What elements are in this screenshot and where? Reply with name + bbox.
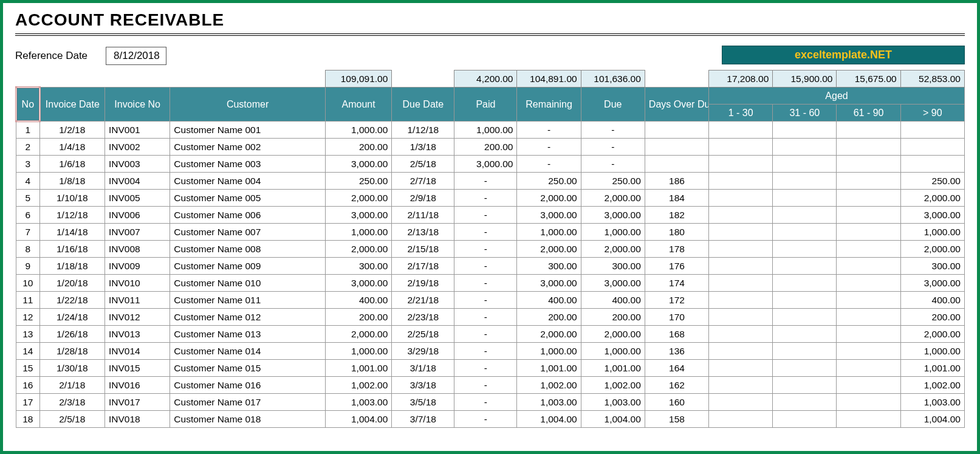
col-invoice-no[interactable]: Invoice No — [105, 88, 170, 122]
cell-remaining[interactable]: 1,004.00 — [517, 411, 581, 428]
cell-amount[interactable]: 300.00 — [325, 258, 392, 275]
cell-age-61-90[interactable] — [837, 292, 900, 309]
cell-paid[interactable]: - — [454, 377, 517, 394]
cell-no[interactable]: 15 — [16, 360, 40, 377]
cell-no[interactable]: 6 — [16, 207, 40, 224]
cell-invoice-date[interactable]: 1/28/18 — [39, 343, 105, 360]
cell-invoice-date[interactable]: 1/16/18 — [39, 241, 105, 258]
cell-invoice-date[interactable]: 1/20/18 — [39, 275, 105, 292]
cell-age-31-60[interactable] — [773, 394, 837, 411]
cell-due[interactable]: 200.00 — [581, 309, 645, 326]
cell-due[interactable]: - — [581, 122, 645, 139]
cell-age-1-30[interactable] — [709, 309, 773, 326]
cell-age-61-90[interactable] — [837, 190, 900, 207]
cell-no[interactable]: 18 — [16, 411, 40, 428]
cell-days-over-due[interactable]: 170 — [645, 309, 708, 326]
cell-age-31-60[interactable] — [773, 343, 837, 360]
cell-customer[interactable]: Customer Name 005 — [170, 190, 326, 207]
cell-no[interactable]: 4 — [16, 173, 40, 190]
cell-remaining[interactable]: 1,000.00 — [517, 224, 581, 241]
cell-invoice-no[interactable]: INV008 — [105, 241, 170, 258]
col-age-over-90[interactable]: > 90 — [900, 105, 964, 122]
cell-invoice-no[interactable]: INV017 — [105, 394, 170, 411]
cell-customer[interactable]: Customer Name 017 — [170, 394, 326, 411]
cell-no[interactable]: 8 — [16, 241, 40, 258]
cell-customer[interactable]: Customer Name 001 — [170, 122, 326, 139]
cell-days-over-due[interactable]: 162 — [645, 377, 708, 394]
col-no[interactable]: No — [16, 88, 40, 122]
cell-age-31-60[interactable] — [773, 258, 837, 275]
cell-amount[interactable]: 3,000.00 — [325, 275, 392, 292]
cell-age-1-30[interactable] — [709, 360, 773, 377]
cell-invoice-no[interactable]: INV003 — [105, 156, 170, 173]
cell-paid[interactable]: - — [454, 326, 517, 343]
cell-age-61-90[interactable] — [837, 377, 900, 394]
cell-age-1-30[interactable] — [709, 207, 773, 224]
cell-invoice-no[interactable]: INV015 — [105, 360, 170, 377]
cell-remaining[interactable]: 1,002.00 — [517, 377, 581, 394]
cell-age-61-90[interactable] — [837, 207, 900, 224]
cell-invoice-date[interactable]: 1/14/18 — [39, 224, 105, 241]
table-row[interactable]: 182/5/18INV018Customer Name 0181,004.003… — [16, 411, 965, 428]
cell-days-over-due[interactable]: 180 — [645, 224, 708, 241]
cell-age-61-90[interactable] — [837, 394, 900, 411]
cell-age-over-90[interactable] — [900, 139, 964, 156]
cell-remaining[interactable]: 250.00 — [517, 173, 581, 190]
cell-invoice-no[interactable]: INV011 — [105, 292, 170, 309]
cell-age-61-90[interactable] — [837, 173, 900, 190]
cell-paid[interactable]: - — [454, 343, 517, 360]
cell-invoice-date[interactable]: 2/3/18 — [39, 394, 105, 411]
cell-amount[interactable]: 400.00 — [325, 292, 392, 309]
cell-customer[interactable]: Customer Name 015 — [170, 360, 326, 377]
cell-remaining[interactable]: 2,000.00 — [517, 326, 581, 343]
cell-paid[interactable]: 3,000.00 — [454, 156, 517, 173]
cell-due-date[interactable]: 3/7/18 — [392, 411, 454, 428]
cell-age-over-90[interactable] — [900, 122, 964, 139]
cell-customer[interactable]: Customer Name 016 — [170, 377, 326, 394]
cell-no[interactable]: 16 — [16, 377, 40, 394]
cell-age-over-90[interactable]: 1,001.00 — [900, 360, 964, 377]
cell-age-31-60[interactable] — [773, 326, 837, 343]
cell-due-date[interactable]: 2/9/18 — [392, 190, 454, 207]
cell-paid[interactable]: - — [454, 309, 517, 326]
table-row[interactable]: 61/12/18INV006Customer Name 0063,000.002… — [16, 207, 965, 224]
cell-amount[interactable]: 2,000.00 — [325, 241, 392, 258]
col-due[interactable]: Due — [581, 88, 645, 122]
col-customer[interactable]: Customer — [170, 88, 326, 122]
cell-age-1-30[interactable] — [709, 411, 773, 428]
cell-invoice-date[interactable]: 1/4/18 — [39, 139, 105, 156]
cell-age-61-90[interactable] — [837, 326, 900, 343]
cell-age-31-60[interactable] — [773, 224, 837, 241]
cell-remaining[interactable]: 1,003.00 — [517, 394, 581, 411]
cell-age-over-90[interactable]: 1,003.00 — [900, 394, 964, 411]
cell-days-over-due[interactable] — [645, 139, 708, 156]
cell-age-1-30[interactable] — [709, 156, 773, 173]
cell-remaining[interactable]: 300.00 — [517, 258, 581, 275]
cell-age-over-90[interactable]: 2,000.00 — [900, 326, 964, 343]
cell-days-over-due[interactable]: 176 — [645, 258, 708, 275]
cell-invoice-no[interactable]: INV006 — [105, 207, 170, 224]
cell-invoice-no[interactable]: INV016 — [105, 377, 170, 394]
cell-amount[interactable]: 200.00 — [325, 139, 392, 156]
cell-age-31-60[interactable] — [773, 275, 837, 292]
cell-invoice-date[interactable]: 1/30/18 — [39, 360, 105, 377]
cell-customer[interactable]: Customer Name 013 — [170, 326, 326, 343]
cell-no[interactable]: 7 — [16, 224, 40, 241]
cell-age-over-90[interactable]: 1,000.00 — [900, 343, 964, 360]
cell-paid[interactable]: - — [454, 411, 517, 428]
cell-remaining[interactable]: 3,000.00 — [517, 275, 581, 292]
cell-no[interactable]: 17 — [16, 394, 40, 411]
cell-days-over-due[interactable] — [645, 156, 708, 173]
cell-age-1-30[interactable] — [709, 122, 773, 139]
cell-paid[interactable]: - — [454, 292, 517, 309]
cell-days-over-due[interactable]: 184 — [645, 190, 708, 207]
cell-days-over-due[interactable]: 172 — [645, 292, 708, 309]
table-row[interactable]: 172/3/18INV017Customer Name 0171,003.003… — [16, 394, 965, 411]
cell-invoice-no[interactable]: INV010 — [105, 275, 170, 292]
cell-no[interactable]: 13 — [16, 326, 40, 343]
cell-days-over-due[interactable]: 182 — [645, 207, 708, 224]
table-row[interactable]: 121/24/18INV012Customer Name 012200.002/… — [16, 309, 965, 326]
cell-age-61-90[interactable] — [837, 360, 900, 377]
cell-invoice-date[interactable]: 1/6/18 — [39, 156, 105, 173]
cell-invoice-date[interactable]: 1/24/18 — [39, 309, 105, 326]
